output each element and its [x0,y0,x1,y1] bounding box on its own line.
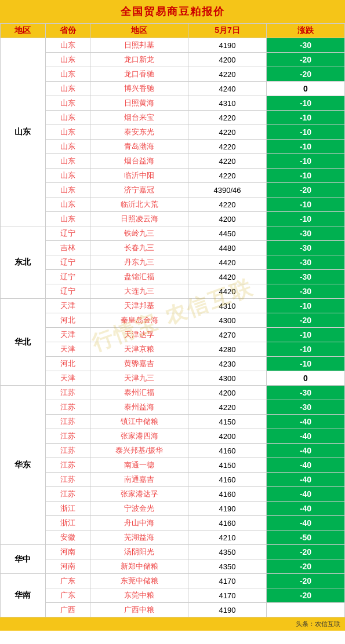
table-row: 辽宁盘锦汇福4420-30 [1,270,345,284]
cell-company: 天津九三 [90,371,188,386]
cell-price: 4190 [188,502,267,516]
cell-company: 南通嘉吉 [90,473,188,487]
cell-province: 山东 [45,53,90,67]
table-row: 江苏南通嘉吉4160-40 [1,473,345,487]
cell-province: 江苏 [45,429,90,444]
table-row: 江苏镇江中储粮4150-40 [1,415,345,429]
table-row: 山东临沂北大荒4220-10 [1,197,345,212]
table-row: 山东泰安东光4220-10 [1,125,345,140]
footer-text: 头条：农信互联 [296,620,340,627]
cell-province: 山东 [45,183,90,197]
cell-company: 长春九三 [90,241,188,255]
cell-region: 东北 [1,226,46,299]
cell-province: 江苏 [45,444,90,458]
table-row: 天津天津达孚4270-10 [1,328,345,342]
cell-company: 张家港四海 [90,429,188,444]
cell-price: 4230 [188,357,267,371]
cell-company: 舟山中海 [90,516,188,530]
cell-price: 4160 [188,444,267,458]
cell-change: -40 [267,429,345,444]
table-row: 辽宁大连九三4420-30 [1,284,345,299]
cell-company: 秦皇岛金海 [90,313,188,328]
cell-change: -30 [267,226,345,241]
cell-region: 山东 [1,38,46,226]
table-row: 江苏张家港四海4200-40 [1,429,345,444]
cell-price: 4300 [188,313,267,328]
cell-company: 泰兴邦基/振华 [90,444,188,458]
cell-change: -30 [267,255,345,270]
cell-price: 4280 [188,342,267,357]
table-row: 华东江苏泰州汇福4200-30 [1,386,345,400]
table-row: 山东博兴香驰42400 [1,82,345,96]
table-row: 山东山东日照邦基4190-30 [1,38,345,53]
cell-company: 南通一德 [90,458,188,473]
cell-province: 江苏 [45,400,90,415]
cell-province: 浙江 [45,516,90,530]
table-row: 天津天津京粮4280-10 [1,342,345,357]
table-row: 天津天津九三43000 [1,371,345,386]
cell-price: 4220 [188,197,267,212]
cell-province: 吉林 [45,241,90,255]
cell-change: -30 [267,270,345,284]
table-row: 山东济宁嘉冠4390/46-20 [1,183,345,197]
cell-price: 4310 [188,96,267,111]
cell-change: -30 [267,284,345,299]
header-date: 5月7日 [188,24,267,38]
cell-change: -40 [267,458,345,473]
cell-price: 4210 [188,530,267,545]
cell-company: 汤阴阳光 [90,545,188,559]
cell-change: -20 [267,559,345,574]
cell-change: 0 [267,371,345,386]
cell-change: -20 [267,67,345,82]
cell-region: 华北 [1,299,46,386]
cell-price: 4420 [188,255,267,270]
table-row: 江苏泰兴邦基/振华4160-40 [1,444,345,458]
cell-price: 4350 [188,545,267,559]
table-row: 山东龙口新龙4200-20 [1,53,345,67]
cell-change: -20 [267,545,345,559]
cell-price: 4190 [188,603,267,617]
cell-price: 4420 [188,284,267,299]
cell-price: 4270 [188,328,267,342]
cell-company: 丹东九三 [90,255,188,270]
table-row: 山东日照黄海4310-10 [1,96,345,111]
cell-province: 江苏 [45,415,90,429]
cell-change: -50 [267,530,345,545]
page-title: 全国贸易商豆粕报价 [121,6,225,17]
table-row: 吉林长春九三4480-30 [1,241,345,255]
header-region: 地区 [1,24,46,38]
cell-province: 山东 [45,67,90,82]
cell-company: 烟台来宝 [90,111,188,125]
table-row: 浙江舟山中海4160-40 [1,516,345,530]
cell-company: 日照邦基 [90,38,188,53]
cell-company: 济宁嘉冠 [90,183,188,197]
table-header-row: 地区 省份 地区 5月7日 涨跌 [1,24,345,38]
cell-company: 日照凌云海 [90,212,188,226]
cell-company: 泰州汇福 [90,386,188,400]
cell-price: 4310 [188,299,267,313]
cell-change: -10 [267,342,345,357]
header-province: 省份 [45,24,90,38]
cell-province: 山东 [45,197,90,212]
table-row: 华南广东东莞中储粮4170-20 [1,574,345,588]
cell-province: 江苏 [45,386,90,400]
table-row: 浙江宁波金光4190-40 [1,502,345,516]
cell-province: 山东 [45,82,90,96]
cell-province: 江苏 [45,473,90,487]
cell-province: 河北 [45,313,90,328]
cell-province: 江苏 [45,487,90,502]
cell-change: -10 [267,154,345,169]
cell-change: -30 [267,400,345,415]
cell-price: 4170 [188,574,267,588]
cell-company: 铁岭九三 [90,226,188,241]
cell-change: -10 [267,299,345,313]
cell-change: -40 [267,516,345,530]
cell-company: 张家港达孚 [90,487,188,502]
cell-province: 辽宁 [45,270,90,284]
table-row: 山东临沂中阳4220-10 [1,169,345,183]
cell-change [267,603,345,617]
cell-price: 4220 [188,400,267,415]
cell-change: -30 [267,386,345,400]
cell-province: 天津 [45,299,90,313]
cell-change: -10 [267,357,345,371]
